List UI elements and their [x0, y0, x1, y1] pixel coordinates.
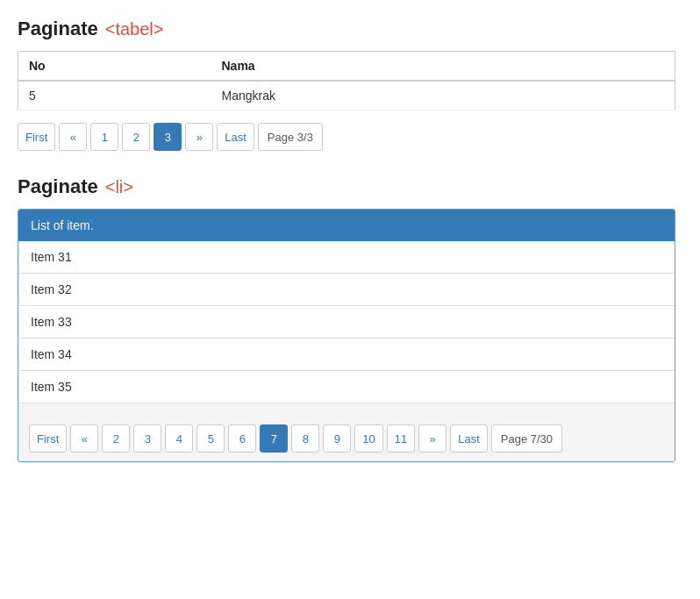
list-page-3-button[interactable]: 3 — [133, 424, 161, 453]
last-button[interactable]: Last — [217, 123, 254, 151]
list-item: Item 35 — [18, 371, 675, 403]
table-section-title: Paginate <tabel> — [18, 18, 682, 40]
page-3-button[interactable]: 3 — [154, 123, 182, 151]
list-section-title: Paginate <li> — [18, 175, 682, 198]
table-title-tag: <tabel> — [105, 19, 164, 39]
list-items-container: Item 31Item 32Item 33Item 34Item 35 — [18, 241, 675, 403]
page-info: Page 3/3 — [258, 123, 323, 151]
list-first-button[interactable]: First — [29, 424, 67, 453]
list-page-5-button[interactable]: 5 — [196, 424, 225, 453]
table-row: 5Mangkrak — [18, 81, 675, 111]
page-2-button[interactable]: 2 — [122, 123, 150, 151]
list-container: List of item. Item 31Item 32Item 33Item … — [18, 209, 675, 462]
cell-nama: Mangkrak — [211, 81, 675, 111]
table-header-row: No Nama — [18, 52, 675, 82]
cell-no: 5 — [18, 81, 211, 111]
list-header: List of item. — [18, 210, 675, 241]
list-page-info: Page 7/30 — [491, 424, 562, 453]
list-item: Item 32 — [18, 274, 675, 306]
col-no: No — [18, 52, 211, 82]
list-page-10-button[interactable]: 10 — [354, 424, 382, 453]
list-page-11-button[interactable]: 11 — [387, 424, 415, 453]
table-section: Paginate <tabel> No Nama 5Mangkrak First… — [18, 18, 682, 151]
list-item: Item 31 — [18, 241, 675, 274]
list-item: Item 34 — [18, 339, 675, 371]
list-page-4-button[interactable]: 4 — [165, 424, 193, 453]
list-page-9-button[interactable]: 9 — [323, 424, 351, 453]
prev-button[interactable]: « — [59, 123, 87, 151]
page-1-button[interactable]: 1 — [90, 123, 118, 151]
list-page-6-button[interactable]: 6 — [228, 424, 256, 453]
list-last-button[interactable]: Last — [450, 424, 488, 453]
list-item: Item 33 — [18, 306, 675, 339]
next-button[interactable]: » — [185, 123, 213, 151]
list-title-tag: <li> — [105, 177, 133, 197]
list-page-7-button[interactable]: 7 — [260, 424, 288, 453]
list-next-button[interactable]: » — [418, 424, 446, 453]
col-nama: Nama — [211, 52, 675, 82]
list-page-8-button[interactable]: 8 — [291, 424, 319, 453]
table-title-text: Paginate — [18, 18, 98, 40]
list-title-text: Paginate — [18, 175, 98, 198]
list-section: Paginate <li> List of item. Item 31Item … — [18, 175, 682, 462]
list-pagination-controls: First « 2 3 4 5 6 7 8 9 10 11 » Last Pag… — [29, 424, 664, 453]
list-prev-button[interactable]: « — [70, 424, 98, 453]
data-table: No Nama 5Mangkrak — [18, 51, 675, 111]
first-button[interactable]: First — [18, 123, 55, 151]
list-page-2-button[interactable]: 2 — [102, 424, 130, 453]
table-pagination: First « 1 2 3 » Last Page 3/3 — [18, 123, 682, 151]
list-pagination: First « 2 3 4 5 6 7 8 9 10 11 » Last Pag… — [18, 403, 675, 461]
